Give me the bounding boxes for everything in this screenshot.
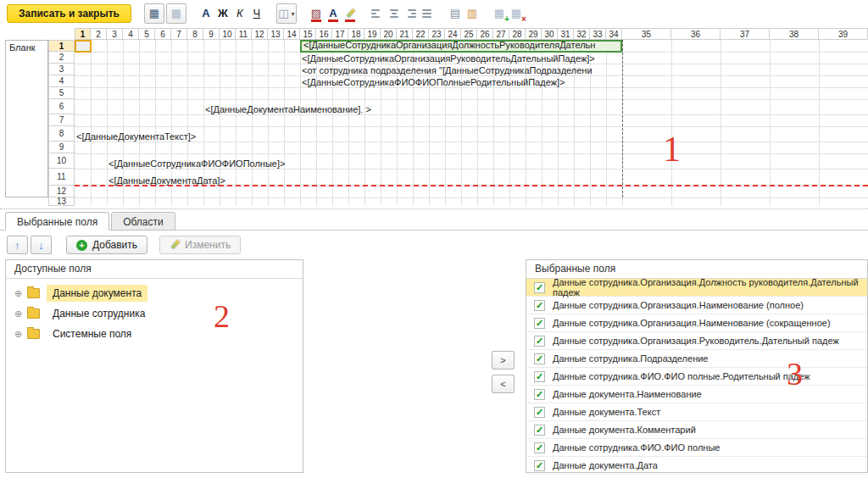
borders-icon[interactable]: ◫▾ <box>276 3 297 24</box>
column-header-23[interactable]: 23 <box>429 28 445 40</box>
sheet-grid-icon[interactable]: ▦ <box>166 3 186 24</box>
fill-color-icon[interactable]: ▨ <box>309 5 324 22</box>
column-header-14[interactable]: 14 <box>284 28 300 40</box>
row-header-12[interactable]: 12 <box>48 186 75 197</box>
move-right-button[interactable]: > <box>492 351 515 370</box>
row-header-5[interactable]: 5 <box>48 87 75 99</box>
row-header-8[interactable]: 8 <box>48 126 75 142</box>
row-header-3[interactable]: 3 <box>48 64 75 75</box>
move-up-button[interactable]: ↑ <box>7 236 28 254</box>
column-header-18[interactable]: 18 <box>348 28 364 40</box>
save-and-close-button[interactable]: Записать и закрыть <box>7 4 131 23</box>
add-cells-icon[interactable]: ▦+ <box>492 5 507 22</box>
column-header-15[interactable]: 15 <box>300 28 316 40</box>
checkbox-checked-icon[interactable]: ✓ <box>534 353 545 364</box>
cell-text-row-6[interactable]: <[ДанныеДокументаНаименование]. > <box>203 99 371 115</box>
field-row-1[interactable]: ✓Данные сотрудника.Организация.Должность… <box>526 279 867 297</box>
selected-cell[interactable] <box>75 40 92 53</box>
column-header-13[interactable]: 13 <box>268 28 284 40</box>
named-cell-text[interactable]: <[ДанныеСотрудникаОрганизацияДолжностьРу… <box>300 40 622 53</box>
column-header-9[interactable]: 9 <box>203 28 220 40</box>
expand-icon[interactable]: ⊕ <box>13 308 24 319</box>
grid-panel-splitter[interactable] <box>0 208 868 209</box>
align-right-icon[interactable] <box>403 5 419 22</box>
row-header-9[interactable]: 9 <box>48 142 75 153</box>
column-header-36[interactable]: 36 <box>671 28 721 40</box>
expand-icon[interactable]: ⊕ <box>13 329 24 339</box>
column-header-24[interactable]: 24 <box>445 28 461 40</box>
cell-format-icon[interactable]: ▤ <box>448 5 463 22</box>
italic-icon[interactable]: К <box>232 5 248 22</box>
cell-text-row-10[interactable]: <[ДанныеСотрудникаФИОФИОПолные]> <box>107 153 285 170</box>
grid-cells-area[interactable]: <[ДанныеСотрудникаОрганизацияДолжностьРу… <box>75 40 868 206</box>
row-header-7[interactable]: 7 <box>48 114 75 126</box>
column-header-30[interactable]: 30 <box>542 28 558 40</box>
align-justify-icon[interactable] <box>420 5 436 22</box>
column-header-2[interactable]: 2 <box>91 28 107 40</box>
align-center-icon[interactable] <box>387 5 402 22</box>
cell-text-row-4[interactable]: <[ДанныеСотрудникаФИОФИОПолныеРодительны… <box>300 75 565 88</box>
column-header-37[interactable]: 37 <box>721 28 770 40</box>
align-left-icon[interactable] <box>370 5 385 22</box>
column-header-4[interactable]: 4 <box>123 28 139 40</box>
field-row-8[interactable]: ✓Данные документа.Текст <box>526 403 867 421</box>
highlight-color-icon[interactable] <box>342 5 358 22</box>
column-header-12[interactable]: 12 <box>252 28 268 40</box>
row-header-6[interactable]: 6 <box>48 99 75 114</box>
row-header-2[interactable]: 2 <box>48 52 75 64</box>
cell-text-row-8[interactable]: <[ДанныеДокументаТекст]> <box>75 126 196 142</box>
row-header-4[interactable]: 4 <box>48 75 75 87</box>
column-header-32[interactable]: 32 <box>574 28 590 40</box>
row-header-11[interactable]: 11 <box>48 169 75 186</box>
column-header-21[interactable]: 21 <box>397 28 413 40</box>
field-row-3[interactable]: ✓Данные сотрудника.Организация.Наименова… <box>526 314 867 332</box>
column-header-6[interactable]: 6 <box>155 28 171 40</box>
checkbox-checked-icon[interactable]: ✓ <box>534 300 545 311</box>
tree-item-1[interactable]: ⊕Данные документа <box>6 283 303 303</box>
column-header-19[interactable]: 19 <box>364 28 381 40</box>
field-row-5[interactable]: ✓Данные сотрудника.Подразделение <box>526 350 867 368</box>
row-header-1[interactable]: 1 <box>48 40 75 52</box>
column-header-11[interactable]: 11 <box>236 28 252 40</box>
cell-text-row-3[interactable]: <от сотрудника подразделения "[ДанныеСот… <box>300 64 624 76</box>
field-row-4[interactable]: ✓Данные сотрудника.Организация.Руководит… <box>526 332 867 350</box>
column-header-5[interactable]: 5 <box>139 28 155 40</box>
font-name-icon[interactable]: А <box>198 5 214 22</box>
checkbox-checked-icon[interactable]: ✓ <box>534 318 545 329</box>
column-header-10[interactable]: 10 <box>220 28 236 40</box>
checkbox-checked-icon[interactable]: ✓ <box>534 389 545 400</box>
row-header-10[interactable]: 10 <box>48 153 75 169</box>
field-row-11[interactable]: ✓Данные документа.Дата <box>526 457 867 475</box>
field-row-2[interactable]: ✓Данные сотрудника.Организация.Наименова… <box>526 297 867 314</box>
expand-icon[interactable]: ⊕ <box>13 288 24 298</box>
checkbox-checked-icon[interactable]: ✓ <box>534 442 545 453</box>
column-header-3[interactable]: 3 <box>107 28 123 40</box>
column-header-34[interactable]: 34 <box>606 28 622 40</box>
cell-text-row-2[interactable]: <[ДанныеСотрудникаОрганизацияРуководител… <box>300 52 595 64</box>
underline-icon[interactable]: Ч <box>249 5 264 22</box>
column-header-35[interactable]: 35 <box>622 28 671 40</box>
column-header-1[interactable]: 1 <box>75 28 91 40</box>
tab-selected-fields[interactable]: Выбранные поля <box>5 212 109 231</box>
edit-button[interactable]: Изменить <box>159 236 241 254</box>
merge-cells-icon[interactable]: ▥ <box>465 5 480 22</box>
column-header-28[interactable]: 28 <box>509 28 526 40</box>
move-down-button[interactable]: ↓ <box>31 236 52 254</box>
tree-item-2[interactable]: ⊕Данные сотрудника <box>6 303 303 324</box>
checkbox-checked-icon[interactable]: ✓ <box>534 425 545 436</box>
delete-cells-icon[interactable]: ▦× <box>509 5 524 22</box>
column-header-22[interactable]: 22 <box>413 28 429 40</box>
field-row-7[interactable]: ✓Данные документа.Наименование <box>526 386 867 403</box>
column-header-38[interactable]: 38 <box>770 28 819 40</box>
field-row-10[interactable]: ✓Данные сотрудника.ФИО.ФИО полные <box>526 439 867 457</box>
column-header-16[interactable]: 16 <box>316 28 332 40</box>
field-row-9[interactable]: ✓Данные документа.Комментарий <box>526 421 867 439</box>
row-header-13[interactable]: 13 <box>48 197 75 206</box>
tree-item-3[interactable]: ⊕Системные поля <box>6 324 303 344</box>
column-header-33[interactable]: 33 <box>590 28 606 40</box>
column-header-17[interactable]: 17 <box>332 28 348 40</box>
checkbox-checked-icon[interactable]: ✓ <box>534 460 545 471</box>
field-row-6[interactable]: ✓Данные сотрудника.ФИО.ФИО полные.Родите… <box>526 368 867 386</box>
column-header-8[interactable]: 8 <box>187 28 203 40</box>
column-header-31[interactable]: 31 <box>558 28 574 40</box>
